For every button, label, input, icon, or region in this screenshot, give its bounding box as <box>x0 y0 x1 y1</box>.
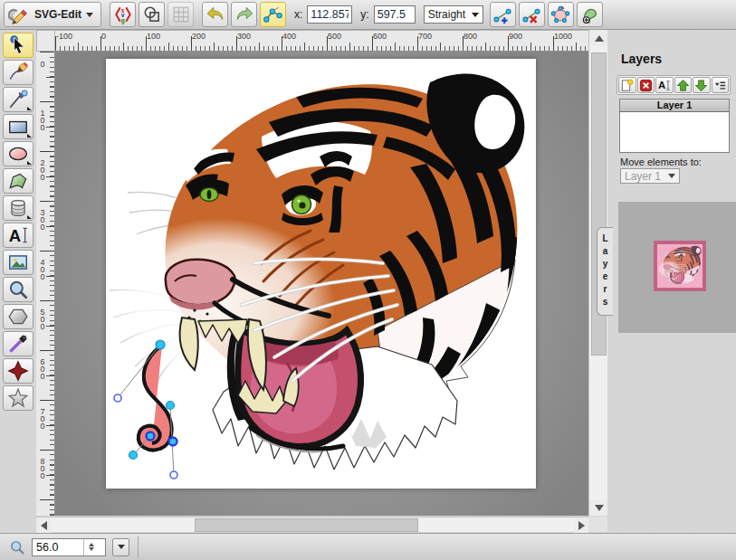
vertical-ruler: 0 1 0 0 2 0 0 3 0 0 4 0 0 5 0 0 6 0 0 7 … <box>36 52 55 516</box>
line-tool-button[interactable] <box>3 87 33 112</box>
source-code-button[interactable]: s v g <box>110 2 136 27</box>
layers-panel-tab[interactable]: Layers <box>597 227 613 316</box>
scroll-left-arrow[interactable] <box>36 517 51 533</box>
select-tool-icon <box>7 34 29 56</box>
preview-area <box>618 202 736 333</box>
x-coordinate-input[interactable] <box>307 5 352 24</box>
star-tool-button[interactable] <box>3 385 33 411</box>
y-label: y: <box>360 8 368 21</box>
redo-icon <box>234 5 254 24</box>
path-node-selected[interactable] <box>169 438 177 446</box>
select-tool-button[interactable] <box>3 33 33 58</box>
shape-tool-button[interactable] <box>3 358 33 384</box>
edit-path-button[interactable] <box>260 2 286 27</box>
rectangle-tool-button[interactable] <box>3 114 33 139</box>
x-label: x: <box>294 8 302 21</box>
layer-menu-button[interactable] <box>712 77 730 93</box>
y-coordinate-input[interactable] <box>374 5 416 24</box>
drawing-thumbnail[interactable] <box>654 241 706 291</box>
path-tool-button[interactable] <box>3 168 33 194</box>
pencil-tool-button[interactable] <box>3 60 33 85</box>
delete-layer-button[interactable] <box>637 77 655 93</box>
shape-tool-icon <box>7 360 29 382</box>
redo-button[interactable] <box>231 2 257 27</box>
path-node[interactable] <box>156 340 165 349</box>
delete-node-button[interactable] <box>519 2 545 27</box>
svg-edit-window: SVG-Edit s v g <box>0 0 736 560</box>
eyedropper-tool-icon <box>7 333 29 355</box>
ruler-label: 300 <box>237 32 251 41</box>
control-handle[interactable] <box>114 394 121 402</box>
move-layer-up-button[interactable] <box>674 77 693 93</box>
rectangle-tool-icon <box>7 116 29 138</box>
shape-library-icon <box>7 197 29 219</box>
chevron-down-icon <box>472 13 479 17</box>
source-code-icon: s v g <box>113 5 133 24</box>
ruler-label: 5 0 0 <box>38 308 47 330</box>
shape-library-button[interactable] <box>3 195 33 221</box>
move-layer-down-button[interactable] <box>693 77 711 93</box>
flyout-arrow-icon <box>27 134 32 138</box>
layer-list[interactable]: Layer 1 <box>619 99 730 153</box>
scroll-down-arrow[interactable] <box>589 499 608 516</box>
zoom-spinner[interactable] <box>83 539 98 555</box>
zoom-tool-icon <box>7 279 29 300</box>
move-elements-select[interactable]: Layer 1 <box>620 168 680 184</box>
horizontal-scrollbar[interactable] <box>36 517 588 532</box>
polygon-tool-button[interactable] <box>3 304 33 329</box>
eyedropper-tool-button[interactable] <box>3 331 33 356</box>
control-handle[interactable] <box>170 471 177 479</box>
zoom-preset-dropdown[interactable] <box>112 538 129 556</box>
add-subpath-button[interactable] <box>577 2 603 27</box>
zoom-tool-button[interactable] <box>3 277 33 302</box>
rename-layer-button[interactable]: A <box>655 77 674 93</box>
scroll-up-arrow[interactable] <box>589 30 608 46</box>
add-node-button[interactable] <box>490 2 516 27</box>
layer-buttons-row: A <box>617 75 731 95</box>
ruler-label: 900 <box>509 32 522 41</box>
layer-row-selected[interactable]: Layer 1 <box>620 100 729 112</box>
segment-type-select[interactable]: Straight <box>424 5 483 24</box>
path-node[interactable] <box>167 402 175 410</box>
close-path-button[interactable] <box>548 2 574 27</box>
zoom-level-input[interactable] <box>33 541 83 554</box>
ruler-label: 2 0 0 <box>38 159 47 181</box>
wireframe-button[interactable] <box>139 2 165 27</box>
undo-button[interactable] <box>202 2 228 27</box>
text-tool-button[interactable]: A <box>3 223 33 248</box>
image-tool-icon <box>7 252 29 273</box>
undo-icon <box>206 5 225 24</box>
star-tool-icon <box>7 387 29 409</box>
new-layer-button[interactable] <box>618 77 636 93</box>
flyout-arrow-icon <box>27 107 32 110</box>
svg-canvas[interactable] <box>106 59 536 489</box>
ellipse-tool-button[interactable] <box>3 141 33 166</box>
path-node[interactable] <box>129 451 138 460</box>
path-node-selected[interactable] <box>147 432 155 441</box>
main-menu-button[interactable]: SVG-Edit <box>4 2 101 27</box>
horizontal-ruler: -100 0 100 200 300 400 500 600 700 800 9… <box>55 30 588 52</box>
grid-button[interactable] <box>167 2 194 27</box>
flyout-arrow-icon <box>27 161 32 165</box>
ruler-label: 8 0 0 <box>38 458 47 479</box>
add-subpath-icon <box>579 5 599 24</box>
ruler-label: 400 <box>282 32 296 41</box>
new-layer-icon <box>620 79 634 92</box>
edit-path-icon <box>263 5 283 24</box>
horizontal-scroll-thumb[interactable] <box>195 518 418 532</box>
ruler-label: 6 0 0 <box>38 358 47 380</box>
rename-layer-icon: A <box>657 79 671 92</box>
svg-edit-logo-icon <box>8 4 30 25</box>
workspace[interactable] <box>55 52 588 516</box>
image-tool-button[interactable] <box>3 250 33 275</box>
scrollbar-corner <box>588 517 607 532</box>
move-layer-down-icon <box>694 79 708 92</box>
layers-panel-title: Layers <box>621 52 662 66</box>
ruler-label: 7 0 0 <box>38 408 47 430</box>
thumbnail-tiger-image <box>657 244 703 288</box>
left-toolbar: A <box>0 30 36 533</box>
ruler-corner <box>36 30 55 52</box>
scroll-right-arrow[interactable] <box>574 517 588 533</box>
ruler-label: -100 <box>56 32 72 41</box>
segment-type-value: Straight <box>428 8 466 21</box>
